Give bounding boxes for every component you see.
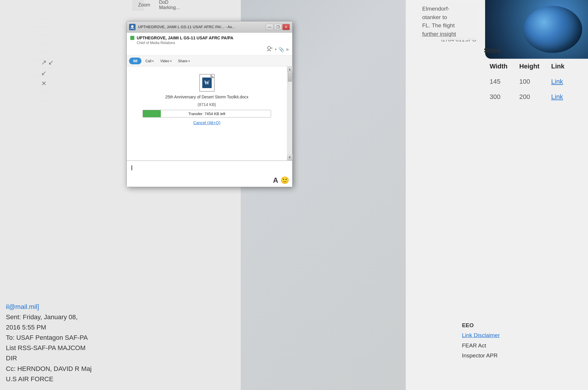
text-input-controls: A 🙂: [270, 161, 292, 187]
restore-button[interactable]: ❐: [274, 24, 282, 30]
eeo-inspector: Inspector APR: [462, 351, 500, 361]
chat-scrollbar: ▲ ▼: [287, 66, 292, 160]
size-row-2: 300 200 Link: [484, 89, 570, 105]
scroll-track: [288, 72, 292, 154]
contact-actions: ▾ 📎 »: [130, 46, 289, 53]
svg-point-0: [131, 25, 133, 28]
text-cursor: I: [131, 164, 133, 172]
lync-icon-svg: [130, 25, 135, 29]
bg-tanker-text: Elmendorf- otanker to FL. The flight fur…: [420, 3, 479, 40]
share-button[interactable]: Share ▾: [176, 58, 193, 64]
contact-name-row: UPTHEGROVE, JAIMI L GS-11 USAF AFRC PA/P…: [130, 36, 289, 40]
email-line-8: U.S AIR FORCE: [6, 374, 106, 384]
word-doc-icon: W: [199, 74, 215, 92]
svg-point-2: [271, 47, 273, 49]
eeo-link-disclaimer[interactable]: Link Disclaimer: [462, 330, 500, 340]
scroll-thumb[interactable]: [288, 73, 292, 82]
bg-email-content: il@mail.mil] Sent: Friday, January 08, 2…: [0, 296, 112, 390]
contact-title: Chief of Media Relations: [137, 41, 289, 45]
sizes-table: Width Height Link 145 100 Link 300 200 L…: [484, 59, 570, 105]
sizes-title: Sizes:: [484, 44, 570, 57]
size-row-1: 145 100 Link: [484, 74, 570, 89]
app-icon: [129, 24, 136, 30]
email-line-2: Sent: Friday, January 08,: [6, 312, 106, 322]
presence-indicator: [130, 36, 134, 40]
email-line-5: List RSS-SAF-PA MAJCOM: [6, 343, 106, 353]
email-line-6: DIR: [6, 353, 106, 363]
zoom-label: Zoom: [138, 2, 150, 8]
size-link-2[interactable]: Link: [545, 89, 570, 105]
email-line-3: 2016 5:55 PM: [6, 322, 106, 332]
contact-action-dropdown[interactable]: ▾: [275, 47, 277, 51]
title-bar-left: UPTHEGROVE, JAIMI L GS-11 USAF AFRC PA/.…: [129, 24, 235, 30]
eeo-fear: FEAR Act: [462, 341, 500, 351]
bg-eeo-section: EEO Link Disclaimer FEAR Act Inspector A…: [462, 320, 500, 361]
bg-sizes-panel: Sizes: Width Height Link 145 100 Link 30…: [484, 44, 570, 105]
progress-label: Transfer: 7454 KB left: [143, 110, 270, 117]
call-button[interactable]: Call ▾: [143, 58, 156, 64]
title-bar: UPTHEGROVE, JAIMI L GS-11 USAF AFRC PA/.…: [127, 21, 292, 33]
im-button[interactable]: IM: [129, 58, 141, 64]
more-options-icon[interactable]: »: [286, 47, 289, 52]
text-input-field[interactable]: I: [127, 161, 270, 187]
eeo-title: EEO: [462, 320, 500, 330]
bg-doc-area: [35, 12, 50, 102]
svg-point-1: [268, 46, 270, 49]
col-link: Link: [545, 59, 570, 74]
window-title: UPTHEGROVE, JAIMI L GS-11 USAF AFRC PA/.…: [138, 25, 235, 29]
file-transfer-widget: W 25th Anniversary of Desert Storm Toolk…: [131, 74, 282, 125]
minimize-button[interactable]: —: [266, 24, 273, 30]
col-width: Width: [484, 59, 513, 74]
video-dropdown-arrow: ▾: [170, 60, 172, 63]
call-dropdown-arrow: ▾: [152, 60, 154, 63]
chat-area: W 25th Anniversary of Desert Storm Toolk…: [127, 66, 292, 160]
email-line-7: Cc: HERNDON, DAVID R Maj: [6, 364, 106, 374]
font-format-button[interactable]: A: [273, 176, 278, 184]
emoji-button[interactable]: 🙂: [280, 176, 289, 184]
progress-bar-container: Transfer: 7454 KB left: [143, 110, 271, 117]
cancel-transfer-link[interactable]: Cancel (Alt+Q): [193, 120, 220, 125]
contact-profile-icon[interactable]: [267, 46, 273, 53]
word-icon-letter: W: [202, 78, 212, 88]
share-label: Share: [178, 59, 188, 63]
col-height: Height: [513, 59, 545, 74]
size-width-2: 300: [484, 89, 513, 105]
size-width-1: 145: [484, 74, 513, 89]
im-toolbar: IM Call ▾ Video ▾ Share ▾: [127, 56, 292, 66]
chat-messages: W 25th Anniversary of Desert Storm Toolk…: [127, 66, 287, 160]
size-height-1: 100: [513, 74, 545, 89]
scroll-up-button[interactable]: ▲: [287, 66, 293, 72]
contact-header: UPTHEGROVE, JAIMI L GS-11 USAF AFRC PA/P…: [127, 33, 292, 56]
text-input-area: I A 🙂: [127, 160, 292, 187]
im-chat-window: UPTHEGROVE, JAIMI L GS-11 USAF AFRC PA/.…: [126, 21, 293, 187]
close-button[interactable]: ✕: [282, 24, 290, 30]
email-line-1: il@mail.mil]: [6, 302, 106, 312]
bg-right-panel: i1784-011.JPG Sizes: Width Height Link 1…: [406, 0, 588, 390]
dod-label: DoD Marking...: [159, 0, 180, 10]
scroll-down-button[interactable]: ▼: [287, 154, 293, 160]
contact-name: UPTHEGROVE, JAIMI L GS-11 USAF AFRC PA/P…: [137, 36, 233, 40]
file-size-label: (8714 KB): [198, 102, 216, 107]
file-icon-container: W: [199, 74, 215, 92]
size-link-1[interactable]: Link: [545, 74, 570, 89]
profile-icon-svg: [267, 46, 273, 51]
video-label: Video: [160, 59, 169, 63]
share-dropdown-arrow: ▾: [188, 60, 190, 63]
file-name-label: 25th Anniversary of Desert Storm Toolkit…: [165, 95, 248, 99]
window-controls: — ❐ ✕: [266, 24, 290, 30]
size-height-2: 200: [513, 89, 545, 105]
video-button[interactable]: Video ▾: [158, 58, 174, 64]
paperclip-icon[interactable]: 📎: [278, 47, 284, 52]
zoom-bar: Zoom DoD Marking...: [132, 0, 144, 10]
email-line-4: To: USAF Pentagon SAF-PA: [6, 332, 106, 343]
call-label: Call: [145, 59, 151, 63]
